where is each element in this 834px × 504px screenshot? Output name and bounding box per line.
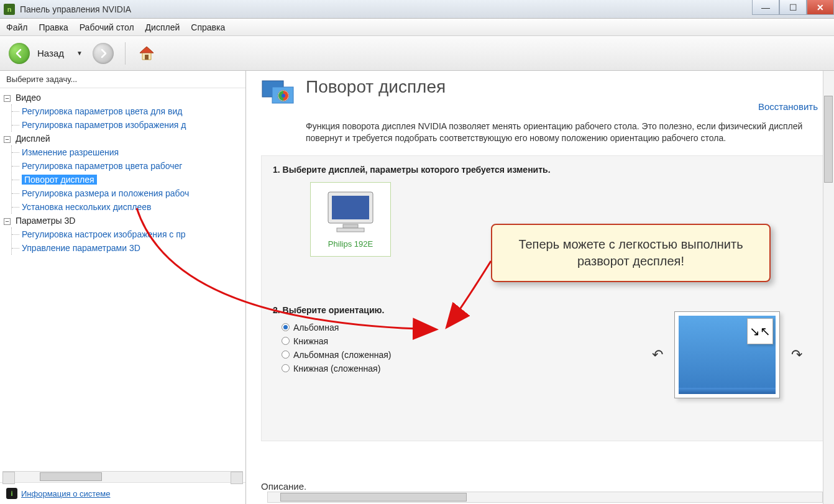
step1-title: 1. Выберите дисплей, параметры которого … bbox=[273, 165, 816, 175]
tree-toggle-3d[interactable]: − bbox=[4, 218, 11, 225]
sidebar-hscrollbar[interactable] bbox=[2, 471, 243, 482]
tree-item-3d-image[interactable]: Регулировка настроек изображения с пр bbox=[22, 229, 186, 239]
content-vscrollbar[interactable] bbox=[823, 71, 834, 504]
flip-icon: ↘↖ bbox=[747, 318, 773, 344]
titlebar: n Панель управления NVIDIA — ☐ ✕ bbox=[0, 0, 834, 19]
tree-toggle-video[interactable]: − bbox=[4, 95, 11, 102]
toolbar-separator bbox=[125, 42, 126, 65]
menu-desktop[interactable]: Рабочий стол bbox=[80, 22, 134, 32]
page-header-icon bbox=[259, 77, 300, 112]
content-pane: Поворот дисплея Восстановить Функция пов… bbox=[246, 71, 834, 504]
svg-rect-9 bbox=[343, 224, 358, 228]
page-description: Функция поворота дисплея NVIDIA позволяе… bbox=[246, 112, 834, 150]
svg-marker-1 bbox=[140, 47, 154, 53]
description-section-label: Описание. bbox=[261, 481, 306, 492]
preview-monitor: ↘↖ bbox=[674, 311, 780, 398]
menu-help[interactable]: Справка bbox=[191, 22, 225, 32]
system-info-link[interactable]: Информация о системе bbox=[21, 489, 111, 498]
display-selector[interactable]: Philips 192E bbox=[310, 182, 391, 257]
menu-file[interactable]: Файл bbox=[6, 22, 27, 32]
tree-item-desktop-size[interactable]: Регулировка размера и положения рабоч bbox=[22, 188, 189, 198]
back-label: Назад bbox=[37, 48, 64, 58]
info-icon: i bbox=[6, 488, 17, 499]
tree-item-video-color[interactable]: Регулировка параметров цвета для вид bbox=[22, 106, 182, 116]
content-hscrollbar[interactable] bbox=[267, 492, 823, 503]
radio-dot-icon bbox=[282, 351, 290, 359]
back-history-dropdown[interactable]: ▼ bbox=[73, 50, 86, 57]
display-name: Philips 192E bbox=[328, 239, 373, 249]
radio-label: Книжная bbox=[293, 336, 328, 346]
radio-dot-icon bbox=[282, 364, 290, 372]
tree-category-3d: Параметры 3D bbox=[16, 216, 75, 226]
tree-item-3d-manage[interactable]: Управление параметрами 3D bbox=[22, 243, 140, 253]
home-button[interactable] bbox=[137, 44, 157, 63]
tree-toggle-display[interactable]: − bbox=[4, 136, 11, 143]
minimize-button[interactable]: — bbox=[752, 0, 779, 15]
restore-link[interactable]: Восстановить bbox=[758, 83, 822, 112]
tree-item-desktop-color[interactable]: Регулировка параметров цвета рабочег bbox=[22, 161, 182, 171]
tree-item-resolution[interactable]: Изменение разрешения bbox=[22, 147, 119, 157]
menu-edit[interactable]: Правка bbox=[39, 22, 68, 32]
rotate-right-icon[interactable]: ↷ bbox=[791, 347, 802, 363]
forward-button[interactable] bbox=[93, 43, 114, 64]
close-button[interactable]: ✕ bbox=[807, 0, 834, 15]
task-tree: − Видео Регулировка параметров цвета для… bbox=[0, 88, 245, 467]
svg-rect-10 bbox=[337, 228, 364, 232]
sidebar-footer: i Информация о системе bbox=[0, 482, 245, 504]
back-button[interactable] bbox=[9, 43, 30, 64]
radio-dot-icon bbox=[282, 337, 290, 345]
tree-item-video-image[interactable]: Регулировка параметров изображения д bbox=[22, 120, 186, 130]
rotate-left-icon[interactable]: ↶ bbox=[652, 347, 663, 363]
svg-rect-2 bbox=[145, 55, 149, 60]
tree-category-display: Дисплей bbox=[16, 134, 50, 144]
page-title: Поворот дисплея bbox=[306, 77, 758, 97]
svg-point-6 bbox=[282, 94, 285, 98]
sidebar: Выберите задачу... − Видео Регулировка п… bbox=[0, 71, 246, 504]
window-title: Панель управления NVIDIA bbox=[20, 4, 131, 14]
radio-label: Альбомная (сложенная) bbox=[293, 350, 391, 360]
tree-item-multi-display[interactable]: Установка нескольких дисплеев bbox=[22, 202, 151, 212]
menubar: Файл Правка Рабочий стол Дисплей Справка bbox=[0, 19, 834, 36]
monitor-icon bbox=[324, 190, 377, 236]
tree-item-rotate-display[interactable]: Поворот дисплея bbox=[22, 175, 97, 185]
annotation-callout: Теперь можете с легкостью выполнить разв… bbox=[491, 224, 771, 282]
radio-label: Книжная (сложенная) bbox=[293, 364, 380, 373]
tree-category-video: Видео bbox=[16, 93, 41, 103]
toolbar: Назад ▼ bbox=[0, 36, 834, 71]
orientation-preview: ↶ ↘↖ ↷ bbox=[652, 311, 802, 398]
menu-display[interactable]: Дисплей bbox=[145, 22, 180, 32]
radio-label: Альбомная bbox=[293, 323, 339, 332]
radio-dot-icon bbox=[282, 323, 290, 331]
app-icon: n bbox=[4, 4, 15, 15]
sidebar-header: Выберите задачу... bbox=[0, 71, 245, 88]
svg-rect-8 bbox=[332, 196, 369, 219]
settings-panel: 1. Выберите дисплей, параметры которого … bbox=[261, 155, 828, 441]
callout-text: Теперь можете с легкостью выполнить разв… bbox=[518, 237, 743, 268]
maximize-button[interactable]: ☐ bbox=[779, 0, 807, 15]
